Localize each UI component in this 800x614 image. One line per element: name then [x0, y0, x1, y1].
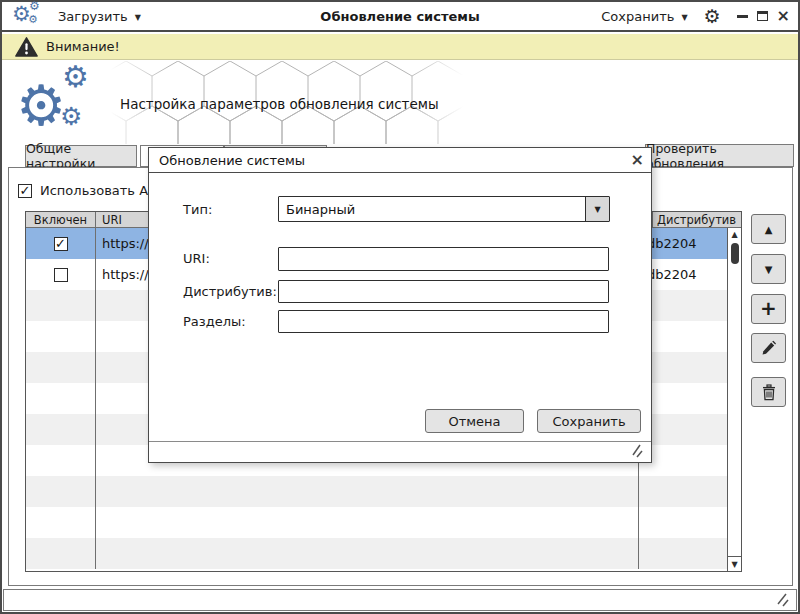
save-button-label: Сохранить: [552, 414, 625, 429]
chevron-down-icon: ▼: [135, 11, 141, 22]
scroll-up-icon[interactable]: ▲: [728, 230, 741, 239]
toolbar: ⚙ ⚙ ⚙ Загрузить ▼ Обновление системы Сох…: [2, 2, 798, 32]
dialog-footer-divider: [149, 441, 651, 442]
combobox-arrow-icon[interactable]: ▼: [585, 197, 609, 221]
trash-icon: [761, 384, 777, 401]
resize-grip-icon[interactable]: [774, 592, 790, 607]
header-gears-icon: ⚙ ⚙ ⚙: [16, 66, 108, 140]
distributive-label: Дистрибутив:: [183, 284, 277, 299]
scroll-down-button[interactable]: ▼: [728, 556, 741, 571]
load-menu-label: Загрузить: [58, 9, 128, 24]
maximize-button[interactable]: [757, 11, 768, 21]
load-menu[interactable]: Загрузить ▼: [58, 9, 141, 24]
save-menu[interactable]: Сохранить ▼: [601, 9, 687, 24]
cancel-button[interactable]: Отмена: [425, 409, 524, 433]
save-button[interactable]: Сохранить: [537, 409, 641, 433]
dialog-resize-grip-icon[interactable]: [628, 444, 644, 458]
chevron-down-icon: ▼: [681, 11, 687, 22]
scrollbar-thumb[interactable]: [731, 243, 739, 264]
warning-triangle-icon: [15, 37, 38, 57]
sections-input[interactable]: [278, 310, 609, 333]
tab-general-settings[interactable]: Общие настройки: [25, 145, 137, 167]
move-down-button[interactable]: ▼: [751, 254, 786, 284]
row-checkbox[interactable]: [54, 268, 68, 282]
save-menu-label: Сохранить: [601, 9, 674, 24]
warning-text: Внимание!: [46, 39, 120, 54]
sections-label: Разделы:: [183, 314, 246, 329]
table-scrollbar[interactable]: ▲ ▼: [727, 228, 741, 571]
app-gears-icon: ⚙ ⚙ ⚙: [12, 3, 44, 29]
cancel-button-label: Отмена: [448, 414, 500, 429]
uri-input[interactable]: [278, 247, 609, 271]
edit-button[interactable]: [751, 333, 786, 363]
table-row-empty: [26, 507, 727, 538]
close-button[interactable]: ×: [777, 9, 790, 23]
add-button[interactable]: +: [751, 294, 786, 324]
arrow-down-icon: ▼: [765, 264, 773, 275]
check-updates-button[interactable]: Проверить обновления: [645, 144, 794, 167]
move-up-button[interactable]: ▲: [751, 214, 786, 244]
status-bar: [3, 589, 797, 611]
plus-icon: +: [760, 299, 777, 319]
type-combobox[interactable]: Бинарный ▼: [278, 196, 610, 222]
arrow-up-icon: ▲: [765, 224, 773, 235]
column-header-enabled: Включен: [26, 212, 96, 227]
use-aur-checkbox[interactable]: ✓: [18, 184, 32, 198]
row-distributive: db2204: [639, 259, 727, 290]
type-combobox-value: Бинарный: [279, 197, 585, 221]
window-title: Обновление системы: [320, 9, 479, 24]
page-title: Настройка параметров обновления системы: [120, 96, 439, 112]
dialog-title: Обновление системы: [159, 153, 305, 168]
table-row-empty: [26, 476, 727, 507]
distributive-input[interactable]: [278, 280, 609, 303]
update-dialog: Обновление системы × Тип: Бинарный ▼ URI…: [148, 147, 652, 463]
uri-label: URI:: [183, 251, 210, 266]
minimize-button[interactable]: [737, 15, 748, 18]
warning-bar: Внимание!: [2, 34, 798, 60]
app-window: ⚙ ⚙ ⚙ Загрузить ▼ Обновление системы Сох…: [0, 0, 800, 614]
column-header-distributive: Дистрибутив: [653, 212, 741, 227]
row-checkbox[interactable]: ✓: [54, 237, 68, 251]
type-label: Тип:: [183, 202, 212, 217]
table-row-empty: [26, 538, 727, 569]
settings-gear-icon[interactable]: ⚙: [704, 7, 721, 26]
check-updates-label: Проверить обновления: [646, 141, 793, 171]
dialog-titlebar[interactable]: Обновление системы: [149, 148, 651, 173]
row-distributive: db2204: [639, 228, 727, 259]
pencil-icon: [760, 340, 777, 357]
dialog-close-icon[interactable]: ×: [631, 150, 644, 170]
use-aur-checkbox-row[interactable]: ✓ Использовать AUR: [18, 183, 167, 198]
delete-button[interactable]: [751, 377, 786, 407]
